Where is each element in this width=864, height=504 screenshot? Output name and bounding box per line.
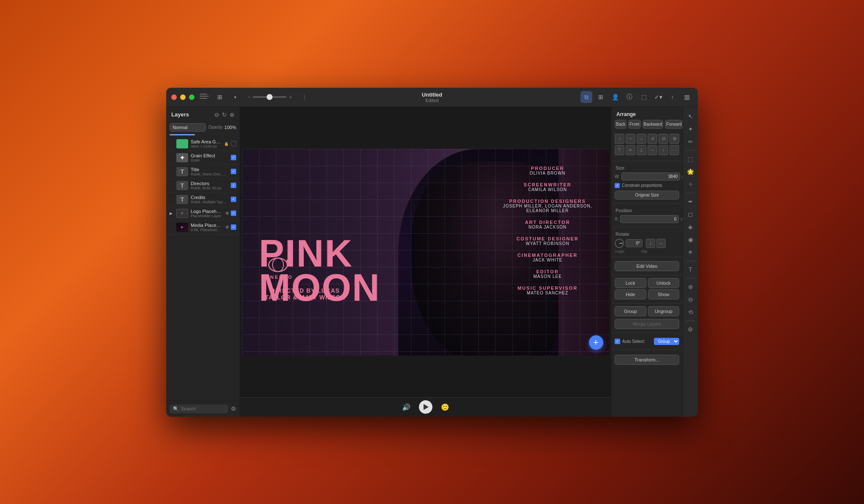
align-top-icon[interactable]: ⊤ bbox=[615, 145, 624, 155]
pan-tool-icon[interactable]: ✦ bbox=[685, 123, 697, 135]
credit-entry-cinematographer: CINEMATOGRAPHER JACK WHITE bbox=[503, 253, 592, 262]
settings-icon[interactable]: ⚙ bbox=[685, 323, 697, 335]
search-input[interactable] bbox=[181, 406, 225, 411]
layer-item-directors[interactable]: T Directors Rubik, Bold, 80 px bbox=[166, 179, 240, 193]
angle-input[interactable] bbox=[626, 239, 643, 247]
add-element-button[interactable]: + bbox=[589, 335, 603, 350]
original-size-button[interactable]: Original Size bbox=[615, 191, 679, 199]
merge-layers-button[interactable]: Merge Layers bbox=[615, 319, 679, 329]
layer-visibility-check[interactable] bbox=[231, 210, 236, 216]
flip-vertical-button[interactable]: ↔ bbox=[656, 239, 666, 248]
align-right-icon[interactable]: ⫠ bbox=[637, 134, 646, 144]
emoji-reaction-icon[interactable]: 🙂 bbox=[441, 403, 449, 411]
constrain-check[interactable] bbox=[615, 183, 620, 188]
layer-item-title[interactable]: T Title Rubik, Mono One, Regular, 35... bbox=[166, 165, 240, 179]
hide-button[interactable]: Hide bbox=[615, 289, 646, 299]
shape-tool-icon[interactable]: ◻ bbox=[685, 208, 697, 220]
layer-visibility-check[interactable] bbox=[231, 141, 236, 146]
layer-item-logo[interactable]: ▶ C Logo Placeholder:... Placeholder Lay… bbox=[166, 207, 240, 221]
selection-tool-icon[interactable]: ⬚ bbox=[685, 153, 697, 165]
align-distribute-v-icon[interactable]: ⊞ bbox=[670, 134, 679, 144]
color-picker-icon[interactable]: 🌟 bbox=[685, 166, 697, 178]
layers-options-icon[interactable]: ⊖ bbox=[214, 111, 219, 118]
opacity-slider[interactable] bbox=[170, 134, 195, 135]
close-button[interactable] bbox=[171, 94, 177, 100]
layer-info-directors: Directors Rubik, Bold, 80 px bbox=[191, 181, 228, 190]
layer-visibility-check[interactable] bbox=[231, 197, 236, 202]
cursor-tool-icon[interactable]: ↖ bbox=[685, 111, 697, 122]
layer-item-safe-area[interactable]: Safe Area Guide 3840 × 2160 px 🔒 bbox=[166, 137, 240, 151]
transform-tool-icon[interactable]: ⟲ bbox=[685, 306, 697, 318]
adjust-icon[interactable]: ☀ bbox=[685, 246, 697, 258]
layers-panel-icon[interactable]: ⧉ bbox=[580, 91, 592, 103]
zoom-out-icon[interactable]: ⊖ bbox=[685, 294, 697, 305]
align-spread-h-icon[interactable]: ↔ bbox=[648, 145, 657, 155]
ungroup-button[interactable]: Ungroup bbox=[648, 306, 680, 316]
layer-item-grain[interactable]: ✦ Grain Effect Grain bbox=[166, 151, 240, 165]
layer-add-icon[interactable]: ⊕ bbox=[225, 224, 229, 230]
grid-view-icon[interactable]: ⊞ bbox=[595, 91, 607, 103]
align-options-icon[interactable]: ⋯ bbox=[670, 145, 679, 155]
layer-add-icon[interactable]: ⊕ bbox=[225, 210, 229, 216]
layer-visibility-check[interactable] bbox=[231, 155, 236, 160]
align-distribute-h-icon[interactable]: ⫡ bbox=[648, 134, 657, 144]
align-spread-v-icon[interactable]: ↕ bbox=[659, 145, 668, 155]
show-button[interactable]: Show bbox=[648, 289, 680, 299]
crop-icon[interactable]: ⬚ bbox=[638, 91, 650, 103]
width-input[interactable] bbox=[621, 172, 680, 181]
zoom-in-icon[interactable]: ⊕ bbox=[685, 281, 697, 293]
share-dropdown-icon[interactable]: ✓▾ bbox=[652, 91, 664, 103]
align-bottom-icon[interactable]: ⊥ bbox=[637, 145, 646, 155]
flip-label: Flip bbox=[641, 249, 648, 253]
layers-refresh-icon[interactable]: ↻ bbox=[222, 111, 227, 118]
unlock-button[interactable]: Unlock bbox=[648, 278, 680, 288]
canvas-content[interactable]: PINK MOON bbox=[240, 107, 611, 397]
sidebar-toggle-button[interactable] bbox=[200, 94, 209, 100]
layer-visibility-check[interactable] bbox=[231, 183, 236, 188]
layer-item-media[interactable]: ▶ Media Placehol... 0:06, Placeholder La… bbox=[166, 221, 240, 234]
auto-select-dropdown[interactable]: Group bbox=[654, 338, 679, 345]
person-icon[interactable]: 👤 bbox=[609, 91, 621, 103]
zoom-slider[interactable]: − + bbox=[248, 94, 292, 100]
rotate-dial[interactable] bbox=[615, 239, 624, 248]
search-add-icon[interactable]: ⚙ bbox=[231, 405, 236, 412]
layer-visibility-check[interactable] bbox=[231, 169, 236, 174]
pen-tool-icon[interactable]: ✒ bbox=[685, 196, 697, 208]
minimize-button[interactable] bbox=[180, 94, 186, 100]
maximize-button[interactable] bbox=[189, 94, 194, 100]
effects-icon[interactable]: ◉ bbox=[685, 234, 697, 245]
brush-tool-icon[interactable]: ✏ bbox=[685, 136, 697, 148]
enhance-icon[interactable]: ✧ bbox=[685, 178, 697, 190]
layers-add-icon[interactable]: ⊕ bbox=[230, 111, 235, 118]
export-icon[interactable]: ↑ bbox=[667, 91, 678, 103]
transform-button[interactable]: Transform... bbox=[615, 355, 679, 365]
layer-item-credits[interactable]: T Credits Rubik, Multiple Typefaces, 6..… bbox=[166, 193, 240, 207]
view-toggle-icon[interactable]: ⊞ bbox=[214, 91, 226, 103]
lock-button[interactable]: Lock bbox=[615, 278, 646, 288]
blend-mode-select[interactable]: Normal bbox=[170, 123, 206, 132]
credit-name: JACK WHITE bbox=[503, 258, 592, 262]
front-button[interactable]: Front bbox=[628, 120, 640, 129]
edit-video-button[interactable]: Edit Video bbox=[615, 261, 679, 271]
auto-select-check[interactable] bbox=[615, 339, 620, 344]
group-button[interactable]: Group bbox=[615, 306, 646, 316]
layer-name: Directors bbox=[191, 181, 228, 186]
volume-icon[interactable]: 🔊 bbox=[402, 403, 410, 411]
play-button[interactable] bbox=[419, 400, 432, 414]
x-input[interactable] bbox=[620, 215, 679, 223]
align-left-icon[interactable]: ⫞ bbox=[615, 134, 624, 144]
forward-button[interactable]: Forward bbox=[665, 120, 683, 129]
credit-role: COSTUME DESIGNER bbox=[503, 236, 592, 241]
filter-icon[interactable]: ◈ bbox=[685, 221, 697, 233]
chevron-down-icon[interactable]: ▾ bbox=[229, 91, 241, 103]
backward-button[interactable]: Backward bbox=[643, 120, 664, 129]
text-tool-icon[interactable]: T bbox=[685, 264, 697, 275]
flip-horizontal-button[interactable]: ↕ bbox=[646, 239, 655, 248]
align-center-v-icon[interactable]: ⊟ bbox=[659, 134, 668, 144]
align-center-h-icon[interactable]: ⫟ bbox=[626, 134, 635, 144]
layer-visibility-check[interactable] bbox=[231, 224, 236, 230]
back-button[interactable]: Back bbox=[615, 120, 626, 129]
right-panel-icon[interactable]: ▥ bbox=[681, 91, 693, 103]
info-icon[interactable]: ⓘ bbox=[624, 91, 635, 103]
align-middle-icon[interactable]: ≡ bbox=[626, 145, 635, 155]
